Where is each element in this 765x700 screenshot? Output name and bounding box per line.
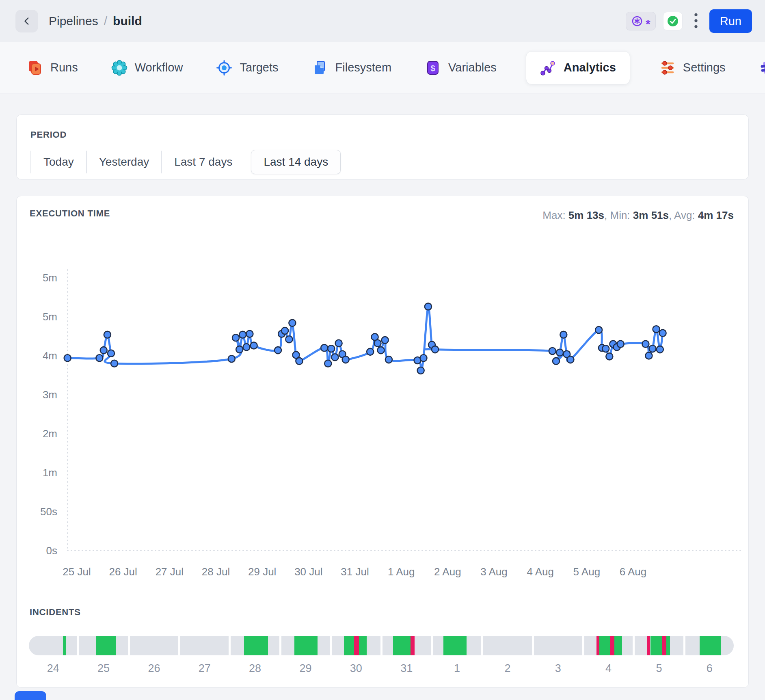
data-point[interactable] xyxy=(274,347,281,354)
x-axis-label: 28 Jul xyxy=(202,566,230,578)
data-point[interactable] xyxy=(289,320,296,326)
tab-runs[interactable]: Runs xyxy=(23,52,82,84)
run-button[interactable]: Run xyxy=(709,9,752,33)
period-option-today[interactable]: Today xyxy=(30,151,86,173)
data-point[interactable] xyxy=(560,331,567,338)
data-point[interactable] xyxy=(378,347,385,354)
asterisk-mark: * xyxy=(646,22,650,26)
x-axis-label: 1 Aug xyxy=(388,566,415,578)
incident-segment-pink xyxy=(596,636,599,655)
data-point[interactable] xyxy=(100,347,107,354)
x-axis-label: 2 Aug xyxy=(434,566,461,578)
data-point[interactable] xyxy=(617,341,624,348)
period-option-last-14-days[interactable]: Last 14 days xyxy=(251,150,341,174)
data-point[interactable] xyxy=(324,360,331,367)
incident-segment-green xyxy=(614,636,622,655)
data-point[interactable] xyxy=(96,354,103,361)
period-option-yesterday[interactable]: Yesterday xyxy=(86,151,162,173)
data-point[interactable] xyxy=(657,346,663,353)
data-point[interactable] xyxy=(367,348,374,355)
yaml-icon xyxy=(759,60,765,76)
data-point[interactable] xyxy=(64,354,71,361)
data-point[interactable] xyxy=(659,330,666,337)
tab-filesystem[interactable]: Filesystem xyxy=(308,52,396,84)
back-button[interactable] xyxy=(15,10,38,32)
data-point[interactable] xyxy=(642,341,649,348)
tab-label: Filesystem xyxy=(335,61,392,74)
incidents-title: INCIDENTS xyxy=(30,607,81,618)
breadcrumb-section[interactable]: Pipelines xyxy=(49,14,98,28)
data-point[interactable] xyxy=(549,348,556,354)
incident-segment-green xyxy=(96,636,116,655)
data-point[interactable] xyxy=(278,331,285,337)
data-point[interactable] xyxy=(374,340,381,347)
data-point[interactable] xyxy=(285,336,292,343)
incident-day-6 xyxy=(685,636,734,655)
data-point[interactable] xyxy=(385,356,392,363)
data-point[interactable] xyxy=(553,358,560,365)
data-point[interactable] xyxy=(567,356,574,363)
data-point[interactable] xyxy=(104,331,111,338)
data-point[interactable] xyxy=(595,326,602,333)
data-point[interactable] xyxy=(599,344,605,351)
data-point[interactable] xyxy=(335,340,342,347)
data-point[interactable] xyxy=(342,356,349,363)
success-status-badge[interactable] xyxy=(663,12,683,30)
data-point[interactable] xyxy=(645,352,652,359)
data-point[interactable] xyxy=(372,333,378,340)
data-point[interactable] xyxy=(243,344,250,350)
data-point[interactable] xyxy=(420,354,427,361)
data-point[interactable] xyxy=(239,331,246,338)
chat-widget-peek[interactable] xyxy=(15,691,46,700)
data-point[interactable] xyxy=(111,360,118,367)
data-point[interactable] xyxy=(382,337,389,344)
incident-day-30 xyxy=(332,636,380,655)
tab-targets[interactable]: Targets xyxy=(212,52,282,84)
kebab-menu-icon xyxy=(694,13,698,29)
more-options-button[interactable] xyxy=(690,10,702,32)
data-point[interactable] xyxy=(281,327,288,334)
incident-segment-green xyxy=(344,636,354,655)
data-point[interactable] xyxy=(414,357,421,364)
tab-yaml[interactable]: YAML xyxy=(755,52,765,84)
data-point[interactable] xyxy=(606,353,613,360)
data-point[interactable] xyxy=(321,344,328,351)
tab-label: Targets xyxy=(240,61,278,74)
x-axis-label: 31 Jul xyxy=(341,566,369,578)
seal-status-badge[interactable]: * xyxy=(626,12,656,30)
tab-variables[interactable]: $ Variables xyxy=(421,52,501,84)
data-point[interactable] xyxy=(653,326,660,333)
chevron-left-icon xyxy=(21,15,32,27)
data-point[interactable] xyxy=(563,351,570,358)
data-point[interactable] xyxy=(331,354,338,361)
data-point[interactable] xyxy=(417,367,424,374)
data-point[interactable] xyxy=(293,352,300,359)
data-point[interactable] xyxy=(556,349,563,356)
data-point[interactable] xyxy=(609,341,616,348)
data-point[interactable] xyxy=(649,345,656,352)
data-point[interactable] xyxy=(328,345,335,352)
period-option-last-7-days[interactable]: Last 7 days xyxy=(161,151,244,173)
data-point[interactable] xyxy=(108,350,115,357)
data-point[interactable] xyxy=(614,344,620,350)
tab-settings[interactable]: Settings xyxy=(655,52,730,84)
data-point[interactable] xyxy=(232,334,239,341)
data-point[interactable] xyxy=(296,358,303,365)
incident-segment-green xyxy=(666,636,670,655)
data-point[interactable] xyxy=(339,351,346,358)
data-point[interactable] xyxy=(228,355,235,362)
y-axis-label: 3m xyxy=(43,389,57,401)
data-point[interactable] xyxy=(432,346,439,353)
data-point[interactable] xyxy=(246,331,253,337)
incident-segment-pink xyxy=(610,636,614,655)
data-point[interactable] xyxy=(428,341,435,348)
tab-workflow[interactable]: Workflow xyxy=(107,52,187,84)
runs-icon xyxy=(27,60,43,76)
tab-label: Analytics xyxy=(564,61,616,74)
data-point[interactable] xyxy=(236,346,243,353)
data-point[interactable] xyxy=(602,345,609,352)
data-point[interactable] xyxy=(251,342,257,349)
targets-icon xyxy=(216,60,232,76)
tab-analytics[interactable]: Analytics xyxy=(526,51,630,84)
data-point[interactable] xyxy=(425,303,432,310)
